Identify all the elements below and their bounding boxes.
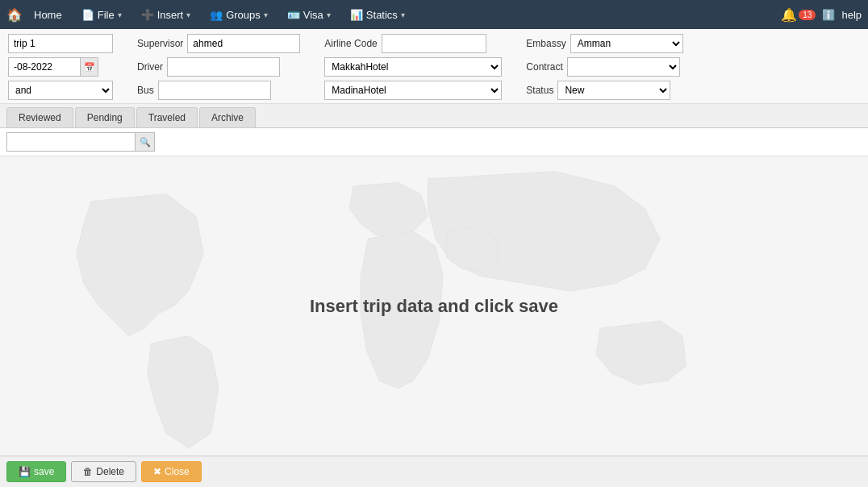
close-icon: ✖: [153, 466, 161, 477]
embassy-row: Embassy Amman: [526, 34, 682, 53]
delete-button[interactable]: 🗑 Delete: [71, 461, 136, 482]
bus-row: Bus: [137, 81, 300, 100]
supervisor-row: Supervisor: [137, 34, 300, 53]
embassy-select[interactable]: Amman: [570, 34, 683, 53]
calendar-button[interactable]: 📅: [81, 57, 98, 77]
contract-label: Contract: [526, 61, 562, 73]
visa-icon: 🪪: [287, 9, 300, 21]
driver-input[interactable]: [167, 57, 280, 77]
date-row: 📅: [8, 57, 113, 77]
supervisor-label: Supervisor: [137, 38, 183, 49]
search-input[interactable]: [6, 132, 136, 152]
tab-archive[interactable]: Archive: [199, 107, 256, 127]
search-button[interactable]: 🔍: [136, 132, 155, 152]
airline-code-row: Airline Code: [324, 34, 502, 53]
band-row: and: [8, 81, 113, 100]
nav-home-label: Home: [34, 9, 62, 21]
statics-chevron-icon: ▾: [401, 10, 405, 19]
save-icon: 💾: [19, 466, 31, 477]
nav-visa-label: Visa: [303, 9, 323, 21]
nav-groups[interactable]: 👥 Groups ▾: [202, 6, 276, 24]
search-icon: 🔍: [140, 137, 151, 148]
status-select[interactable]: New Reviewed Pending Traveled Archive: [557, 81, 670, 100]
nav-home[interactable]: Home: [26, 6, 70, 24]
save-label: save: [34, 466, 54, 477]
makkah-hotel-select[interactable]: MakkahHotel: [324, 57, 502, 77]
navbar: 🏠 Home 📄 File ▾ ➕ Insert ▾ 👥 Groups ▾ 🪪 …: [0, 0, 868, 29]
tab-pending[interactable]: Pending: [75, 107, 135, 127]
trip-name-input[interactable]: [8, 34, 113, 53]
groups-icon: 👥: [210, 9, 223, 21]
tabs-bar: Reviewed Pending Traveled Archive: [0, 104, 868, 128]
tab-traveled[interactable]: Traveled: [136, 107, 198, 127]
contract-select[interactable]: [567, 57, 680, 77]
file-icon: 📄: [81, 9, 94, 21]
notification-badge: 13: [799, 10, 816, 20]
nav-file-label: File: [98, 9, 115, 21]
insert-chevron-icon: ▾: [186, 10, 190, 19]
bus-input[interactable]: [158, 81, 271, 100]
form-col-4: Embassy Amman Contract Status New Review…: [526, 34, 682, 100]
makkah-hotel-row: MakkahHotel: [324, 57, 502, 77]
nav-help-label[interactable]: help: [841, 9, 862, 21]
home-icon: 🏠: [6, 7, 23, 23]
info-icon: ℹ️: [822, 9, 835, 21]
form-col-3: Airline Code MakkahHotel MadinaHotel: [324, 34, 502, 100]
form-col-2: Supervisor Driver Bus: [137, 34, 300, 100]
embassy-label: Embassy: [526, 38, 565, 49]
madina-hotel-select[interactable]: MadinaHotel: [324, 81, 502, 100]
groups-chevron-icon: ▾: [264, 10, 268, 19]
nav-statics[interactable]: 📊 Statics ▾: [342, 6, 413, 24]
close-button[interactable]: ✖ Close: [141, 461, 202, 482]
delete-label: Delete: [96, 466, 124, 477]
search-bar: 🔍: [0, 128, 868, 156]
airline-code-input[interactable]: [382, 34, 486, 53]
nav-groups-label: Groups: [226, 9, 261, 21]
form-col-1: 📅 and: [8, 34, 113, 100]
save-button[interactable]: 💾 save: [6, 461, 66, 482]
form-section: 📅 and Supervisor Driver Bus: [0, 29, 868, 104]
visa-chevron-icon: ▾: [327, 10, 331, 19]
nav-visa[interactable]: 🪪 Visa ▾: [279, 6, 339, 24]
nav-insert-label: Insert: [157, 9, 184, 21]
content-wrapper: 📅 and Supervisor Driver Bus: [0, 29, 868, 487]
trip-name-row: [8, 34, 113, 53]
contract-row: Contract: [526, 57, 682, 77]
date-field-wrapper: 📅: [8, 57, 98, 77]
status-row: Status New Reviewed Pending Traveled Arc…: [526, 81, 682, 100]
nav-file[interactable]: 📄 File ▾: [73, 6, 130, 24]
statics-icon: 📊: [350, 9, 363, 21]
footer: 💾 save 🗑 Delete ✖ Close: [0, 456, 868, 487]
supervisor-input[interactable]: [187, 34, 300, 53]
tab-reviewed[interactable]: Reviewed: [6, 107, 73, 127]
nav-statics-label: Statics: [366, 9, 398, 21]
date-input[interactable]: [8, 57, 81, 77]
driver-label: Driver: [137, 61, 163, 73]
delete-icon: 🗑: [83, 466, 93, 477]
main-message: Insert trip data and click save: [310, 296, 558, 317]
nav-insert[interactable]: ➕ Insert ▾: [133, 6, 199, 24]
insert-icon: ➕: [141, 9, 154, 21]
band-select[interactable]: and: [8, 81, 113, 100]
madina-hotel-row: MadinaHotel: [324, 81, 502, 100]
driver-row: Driver: [137, 57, 300, 77]
airline-code-label: Airline Code: [324, 38, 377, 49]
status-label: Status: [526, 85, 553, 96]
bell-icon[interactable]: 🔔: [781, 7, 797, 23]
map-area: Insert trip data and click save: [0, 156, 868, 456]
close-label: Close: [165, 466, 190, 477]
file-chevron-icon: ▾: [118, 10, 122, 19]
bus-label: Bus: [137, 85, 154, 96]
